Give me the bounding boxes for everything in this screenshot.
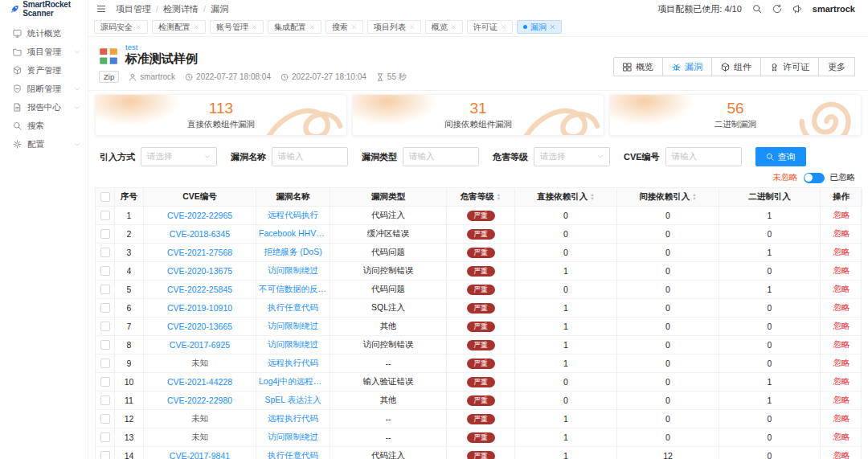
vuln-name-link[interactable]: 远程执行代码 bbox=[268, 413, 318, 424]
sidebar-item[interactable]: 资产管理 bbox=[0, 61, 88, 80]
vuln-name-link[interactable]: 远程代码执行 bbox=[268, 210, 318, 221]
ignore-button[interactable]: 忽略 bbox=[833, 284, 850, 295]
sidebar-item[interactable]: 统计概览 bbox=[0, 24, 88, 43]
cve-link[interactable]: CVE-2017-9841 bbox=[170, 451, 230, 459]
cve-link[interactable]: 未知 bbox=[191, 413, 208, 424]
sidebar-item[interactable]: 配置 bbox=[0, 135, 88, 154]
vuln-name-link[interactable]: 访问限制绕过 bbox=[268, 321, 318, 332]
row-checkbox[interactable] bbox=[100, 211, 110, 220]
sort-icon[interactable]: ▲▼ bbox=[497, 193, 501, 201]
tab[interactable]: 账号管理 bbox=[210, 20, 264, 34]
row-checkbox[interactable] bbox=[100, 395, 110, 405]
ignore-button[interactable]: 忽略 bbox=[833, 339, 850, 350]
close-icon[interactable] bbox=[252, 24, 257, 30]
row-checkbox[interactable] bbox=[100, 229, 110, 239]
vuln-name-link[interactable]: 访问限制绕过 bbox=[268, 432, 318, 443]
column-header[interactable]: 序号 bbox=[115, 188, 144, 206]
close-icon[interactable] bbox=[501, 24, 506, 30]
column-header[interactable]: 漏洞名称 bbox=[256, 188, 330, 206]
filter-input[interactable]: 请输入 bbox=[665, 147, 742, 166]
ignore-button[interactable]: 忽略 bbox=[833, 247, 850, 258]
filter-input[interactable]: 请输入 bbox=[272, 147, 348, 166]
view-button[interactable]: 概览 bbox=[613, 57, 663, 76]
sidebar-item[interactable]: 报告中心 bbox=[0, 98, 88, 117]
close-icon[interactable] bbox=[136, 24, 141, 30]
row-checkbox[interactable] bbox=[100, 451, 110, 459]
column-header[interactable]: 间接依赖引入 ▲▼ bbox=[617, 188, 719, 206]
close-icon[interactable] bbox=[309, 24, 315, 30]
cve-link[interactable]: CVE-2022-22965 bbox=[167, 211, 232, 220]
tab[interactable]: 漏洞 bbox=[517, 20, 562, 34]
row-checkbox[interactable] bbox=[100, 285, 110, 294]
close-icon[interactable] bbox=[409, 24, 415, 30]
close-icon[interactable] bbox=[451, 24, 457, 30]
sort-icon[interactable]: ▲▼ bbox=[590, 193, 594, 201]
breadcrumb-item[interactable]: 项目管理 bbox=[116, 3, 151, 15]
tab[interactable]: 概览 bbox=[425, 20, 463, 34]
cve-link[interactable]: CVE-2020-13665 bbox=[167, 322, 232, 331]
breadcrumb-item[interactable]: 检测详情 bbox=[151, 3, 199, 15]
vuln-name-link[interactable]: Log4j中的远程代码注入 bbox=[259, 376, 327, 387]
filter-input[interactable]: 请选择 bbox=[534, 147, 610, 166]
close-icon[interactable] bbox=[194, 24, 199, 30]
tab[interactable]: 源码安全 bbox=[94, 20, 148, 34]
vuln-name-link[interactable]: 远程执行代码 bbox=[268, 358, 318, 369]
ignore-button[interactable]: 忽略 bbox=[833, 450, 850, 459]
column-header[interactable]: 操作 bbox=[821, 188, 862, 206]
collapse-menu-icon[interactable] bbox=[96, 4, 106, 14]
row-checkbox[interactable] bbox=[100, 414, 110, 424]
ignore-button[interactable]: 忽略 bbox=[833, 210, 850, 221]
sidebar-item[interactable]: 阻断管理 bbox=[0, 80, 88, 98]
vuln-name-link[interactable]: 不可信数据的反序列化 bbox=[259, 284, 327, 295]
sync-icon[interactable] bbox=[772, 4, 782, 14]
ignore-button[interactable]: 忽略 bbox=[833, 228, 850, 240]
cve-link[interactable]: 未知 bbox=[191, 358, 208, 369]
vuln-name-link[interactable]: SpEL 表达注入 bbox=[264, 395, 321, 406]
sort-icon[interactable]: ▲▼ bbox=[692, 193, 696, 201]
cve-link[interactable]: 未知 bbox=[191, 432, 208, 443]
row-checkbox[interactable] bbox=[100, 377, 110, 387]
column-header[interactable]: 危害等级 ▲▼ bbox=[447, 188, 515, 206]
sidebar-item[interactable]: 项目管理 bbox=[0, 43, 88, 61]
view-button[interactable]: 更多 bbox=[818, 57, 855, 76]
ignore-button[interactable]: 忽略 bbox=[833, 265, 850, 277]
cve-link[interactable]: CVE-2018-6345 bbox=[170, 229, 230, 239]
cve-link[interactable]: CVE-2021-27568 bbox=[167, 248, 232, 257]
ignore-button[interactable]: 忽略 bbox=[833, 321, 850, 332]
tab[interactable]: 项目列表 bbox=[367, 20, 421, 34]
tab[interactable]: 检测配置 bbox=[152, 20, 206, 34]
cve-link[interactable]: CVE-2022-22980 bbox=[167, 395, 232, 405]
column-header[interactable]: 二进制引入 bbox=[719, 188, 821, 206]
megaphone-icon[interactable] bbox=[792, 4, 802, 14]
vuln-name-link[interactable]: Facebook HHVM 缓冲区... bbox=[259, 228, 327, 240]
close-icon[interactable] bbox=[550, 24, 555, 30]
filter-input[interactable]: 请选择 bbox=[141, 147, 217, 166]
row-checkbox[interactable] bbox=[100, 248, 110, 257]
breadcrumb-item[interactable]: 漏洞 bbox=[199, 3, 228, 15]
select-all-checkbox[interactable] bbox=[100, 192, 110, 202]
ignore-button[interactable]: 忽略 bbox=[833, 432, 850, 443]
ignore-button[interactable]: 忽略 bbox=[833, 376, 850, 387]
ignore-toggle-switch[interactable] bbox=[804, 173, 825, 183]
search-icon[interactable] bbox=[752, 4, 762, 14]
vuln-name-link[interactable]: 执行任意代码 bbox=[268, 450, 318, 459]
cve-link[interactable]: CVE-2019-10910 bbox=[167, 303, 232, 313]
vuln-name-link[interactable]: 访问限制绕过 bbox=[268, 339, 318, 350]
cve-link[interactable]: CVE-2022-25845 bbox=[167, 285, 232, 294]
filter-input[interactable]: 请输入 bbox=[403, 147, 479, 166]
ignore-button[interactable]: 忽略 bbox=[833, 413, 850, 424]
view-button[interactable]: 许可证 bbox=[760, 57, 819, 76]
view-button[interactable]: 漏洞 bbox=[662, 57, 712, 76]
cve-link[interactable]: CVE-2021-44228 bbox=[167, 377, 232, 387]
ignore-button[interactable]: 忽略 bbox=[833, 358, 850, 369]
tab[interactable]: 集成配置 bbox=[268, 20, 321, 34]
tab[interactable]: 搜索 bbox=[326, 20, 363, 34]
cve-link[interactable]: CVE-2020-13675 bbox=[167, 266, 232, 276]
close-icon[interactable] bbox=[351, 24, 357, 30]
column-header[interactable]: CVE编号 bbox=[144, 188, 256, 206]
column-header[interactable]: 漏洞类型 bbox=[330, 188, 447, 206]
vuln-name-link[interactable]: 访问限制绕过 bbox=[268, 265, 318, 277]
view-button[interactable]: 组件 bbox=[711, 57, 761, 76]
sidebar-item[interactable]: 搜索 bbox=[0, 117, 88, 135]
username[interactable]: smartrock bbox=[813, 4, 855, 14]
